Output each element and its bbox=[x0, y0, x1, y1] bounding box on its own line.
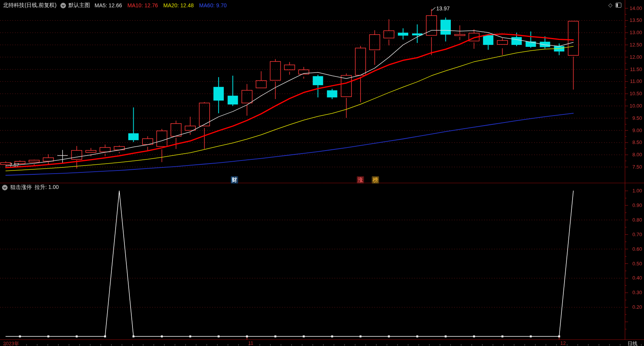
panel-layout-icon[interactable] bbox=[616, 3, 621, 8]
price-axis-label: 10.50 bbox=[627, 91, 642, 96]
sub-axis-label: 1.00 bbox=[627, 188, 642, 194]
chevron-down-circle-icon[interactable] bbox=[2, 185, 8, 190]
header-tools: ◇ bbox=[608, 2, 621, 8]
stock-chart-window: 北特科技(日线,前复权) 默认主图 MA5: 12.66 MA10: 12.76… bbox=[0, 0, 644, 346]
sub-axis-label: 0.40 bbox=[627, 275, 642, 281]
ma5-label: MA5: 12.66 bbox=[94, 2, 122, 8]
price-axis-label: 12.00 bbox=[627, 54, 642, 60]
x-axis-month-label: 12 bbox=[560, 340, 566, 346]
x-axis-year-label: 2023年 bbox=[3, 340, 19, 346]
sub-axis-label: 0.20 bbox=[627, 304, 642, 310]
stock-title: 北特科技(日线,前复权) bbox=[3, 2, 56, 9]
price-axis-label: 12.50 bbox=[627, 42, 642, 48]
sub-axis-label: 0.80 bbox=[627, 217, 642, 223]
main-chart-header: 北特科技(日线,前复权) 默认主图 MA5: 12.66 MA10: 12.76… bbox=[3, 2, 232, 9]
diamond-icon[interactable]: ◇ bbox=[608, 2, 613, 8]
high-price-annotation: 13.97 bbox=[436, 5, 450, 12]
sub-axis-label: 0.50 bbox=[627, 261, 642, 267]
watermark-badge: 财 bbox=[231, 176, 238, 184]
chevron-down-circle-icon[interactable] bbox=[60, 3, 66, 8]
indicator-value: 拉升: 1.00 bbox=[35, 184, 59, 191]
period-label: 日线 bbox=[627, 340, 637, 346]
sub-axis-label: 0.90 bbox=[627, 202, 642, 208]
price-axis-label: 11.00 bbox=[627, 78, 642, 84]
price-axis-label: 9.50 bbox=[627, 115, 642, 121]
x-axis-month-label: 11 bbox=[248, 340, 253, 346]
price-axis-label: 10.00 bbox=[627, 103, 642, 109]
main-layout-selector[interactable]: 默认主图 bbox=[68, 2, 90, 9]
sub-indicator-header: 狙击涨停 拉升: 1.00 bbox=[2, 184, 61, 191]
price-axis-label: 8.50 bbox=[627, 139, 642, 145]
watermark-badge: 涨 bbox=[357, 176, 364, 184]
indicator-name[interactable]: 狙击涨停 bbox=[10, 184, 32, 191]
ma60-label: MA60: 9.70 bbox=[199, 2, 227, 8]
price-axis-label: 13.00 bbox=[627, 30, 642, 35]
kline-chart-canvas[interactable] bbox=[0, 0, 644, 346]
low-price-annotation: ←7.57 bbox=[5, 162, 19, 168]
watermark-badge: 榜 bbox=[372, 176, 379, 184]
price-axis-label: 14.00 bbox=[627, 5, 642, 11]
price-axis-label: 7.50 bbox=[627, 164, 642, 170]
price-axis-label: 8.00 bbox=[627, 152, 642, 157]
price-axis-label: 9.00 bbox=[627, 127, 642, 133]
sub-axis-label: 0.60 bbox=[627, 246, 642, 252]
sub-axis-label: 0.70 bbox=[627, 232, 642, 237]
sub-axis-label: 0.30 bbox=[627, 290, 642, 295]
price-axis-label: 11.50 bbox=[627, 66, 642, 72]
ma20-label: MA20: 12.48 bbox=[163, 2, 194, 8]
price-axis-label: 13.50 bbox=[627, 17, 642, 23]
ma10-label: MA10: 12.76 bbox=[127, 2, 158, 8]
